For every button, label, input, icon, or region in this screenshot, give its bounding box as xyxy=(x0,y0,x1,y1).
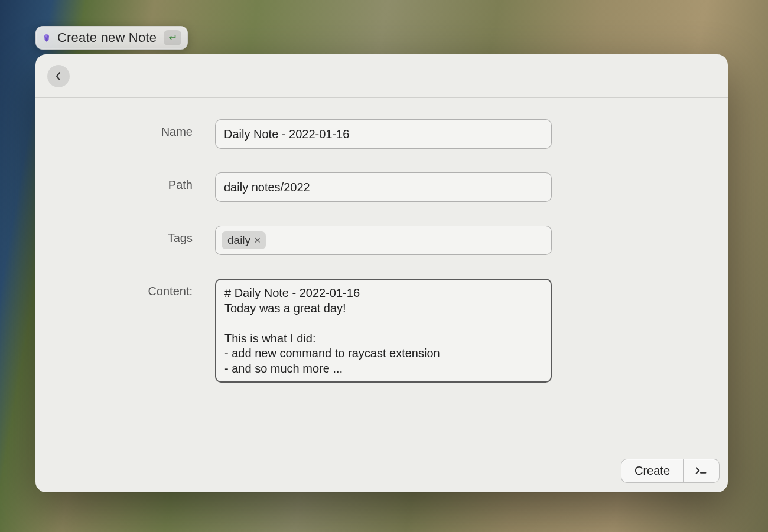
form-area: Name Path Tags daily xyxy=(35,98,728,457)
tag-remove-icon[interactable]: ✕ xyxy=(254,236,261,244)
panel-footer: Create xyxy=(35,457,728,492)
prompt-icon xyxy=(695,466,708,475)
desktop-background: Create new Note Name xyxy=(0,0,768,532)
form-row-name: Name xyxy=(59,119,704,149)
form-row-tags: Tags daily ✕ xyxy=(59,226,704,255)
form-row-content: Content: xyxy=(59,279,704,385)
obsidian-icon xyxy=(42,33,51,43)
tags-input[interactable]: daily ✕ xyxy=(215,226,552,255)
command-title: Create new Note xyxy=(57,30,157,45)
command-chip: Create new Note xyxy=(35,26,188,50)
chevron-left-icon xyxy=(55,71,62,81)
tags-label: Tags xyxy=(59,226,215,245)
path-label: Path xyxy=(59,172,215,192)
form-row-path: Path xyxy=(59,172,704,202)
actions-button[interactable] xyxy=(684,459,719,482)
create-button[interactable]: Create xyxy=(621,459,683,482)
path-input[interactable] xyxy=(215,172,552,202)
content-textarea[interactable] xyxy=(215,279,552,383)
tag-pill: daily ✕ xyxy=(222,231,266,249)
content-label: Content: xyxy=(59,279,215,298)
panel-header xyxy=(35,54,728,98)
main-panel: Name Path Tags daily xyxy=(35,54,728,492)
enter-key-icon xyxy=(164,30,181,45)
name-label: Name xyxy=(59,119,215,139)
back-button[interactable] xyxy=(47,65,70,87)
footer-button-group: Create xyxy=(621,459,720,483)
tag-text: daily xyxy=(227,234,250,247)
name-input[interactable] xyxy=(215,119,552,149)
